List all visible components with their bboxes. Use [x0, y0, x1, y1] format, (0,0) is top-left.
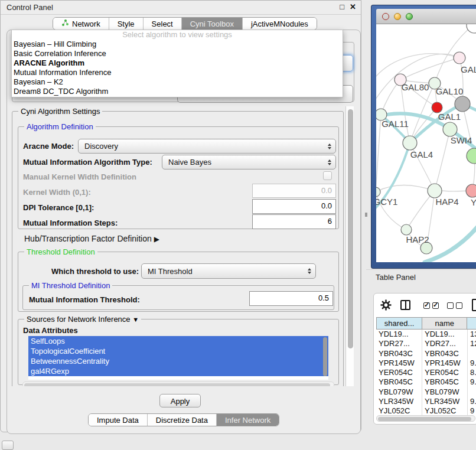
split-columns-icon[interactable]	[400, 300, 410, 310]
table-row[interactable]: YPR145WYPR145W9.	[376, 358, 476, 368]
minimize-button[interactable]	[394, 13, 401, 20]
window-close-icon[interactable]: ✕	[350, 2, 356, 11]
close-button[interactable]	[382, 13, 389, 20]
node-hap4[interactable]	[428, 184, 442, 198]
algorithm-option[interactable]: Bayesian – K2	[12, 77, 343, 87]
data-attributes-list[interactable]: SelfLoopsTopologicalCoefficientBetweenne…	[28, 336, 328, 380]
mi-steps-field[interactable]: 6	[252, 214, 336, 229]
column-header[interactable]: name	[422, 318, 467, 329]
network-view-frame[interactable]: GALGAL80GAL10GAL1GAL11SWI4GAL4GCY1HAP4YH…	[371, 5, 476, 269]
node-green-right[interactable]	[467, 148, 476, 164]
attribute-list-item[interactable]: TopologicalCoefficient	[28, 346, 328, 356]
node-label-gal11: GAL11	[382, 119, 409, 129]
tab-cyni-toolbox[interactable]: Cyni Toolbox	[181, 18, 242, 30]
table-header-row: shared...name	[376, 317, 476, 330]
settings-vertical-scrollbar[interactable]	[345, 106, 354, 386]
tab-style[interactable]: Style	[109, 18, 143, 30]
tab-label: jActiveMNodules	[251, 19, 308, 28]
table-cell: YLR345W	[376, 397, 422, 406]
hub-section-header[interactable]: Hub/Transcription Factor Definition ▶	[24, 234, 159, 243]
zoom-button[interactable]	[406, 13, 413, 20]
table-cell: YPR145W	[422, 358, 468, 368]
algorithm-option[interactable]: Mutual Information Inference	[12, 68, 343, 77]
table-row[interactable]: YBR045CYBR045C9.	[376, 377, 476, 387]
algorithm-dropdown-popup: Select algorithm to view settings Bayesi…	[11, 30, 343, 97]
algorithm-option[interactable]: Bayesian – Hill Climbing	[12, 40, 343, 49]
algorithm-option[interactable]: Dream8 DC_TDC Algorithm	[12, 87, 343, 96]
table-cell: YBL079W	[376, 387, 422, 397]
tab-discretize-data[interactable]: Discretize Data	[147, 414, 216, 426]
node-label-gal1: GAL1	[438, 112, 461, 122]
table-horizontal-scrollbar[interactable]	[376, 415, 475, 422]
deselect-checkboxes-icon[interactable]	[447, 302, 462, 309]
node-top-edge[interactable]	[467, 24, 476, 33]
node-label-hap4: HAP4	[435, 197, 458, 207]
column-header[interactable]: shared...	[377, 318, 422, 329]
new-document-icon[interactable]	[472, 299, 476, 311]
data-attributes-label: Data Attributes	[23, 326, 78, 335]
tab-label: Infer Network	[225, 416, 270, 425]
table-cell: YPR145W	[376, 358, 422, 368]
table-row[interactable]: YBL079WYBL079W	[376, 387, 476, 397]
dpi-tolerance-field[interactable]: 0.0	[252, 199, 336, 214]
network-graph: GALGAL80GAL10GAL1GAL11SWI4GAL4GCY1HAP4YH…	[376, 24, 476, 262]
tab-impute-data[interactable]: Impute Data	[89, 414, 147, 426]
control-panel-title: Control Panel	[6, 3, 53, 12]
mi-type-combobox[interactable]: Naive Bayes	[162, 155, 336, 169]
mi-steps-label: Mutual Information Steps:	[23, 219, 118, 227]
attribute-list-scrollbar[interactable]	[323, 337, 327, 376]
table-cell: 9.	[468, 397, 476, 406]
kernel-width-field[interactable]: 0.0	[252, 184, 336, 198]
aracne-mode-combobox[interactable]: Discovery	[78, 139, 336, 154]
manual-kernel-label: Manual Kernel Width Definition	[23, 172, 136, 181]
attribute-list-item[interactable]: gal4RGexp	[28, 366, 328, 376]
attribute-list-item[interactable]: SelfLoops	[28, 336, 328, 346]
network-canvas[interactable]: GALGAL80GAL10GAL1GAL11SWI4GAL4GCY1HAP4YH…	[376, 24, 476, 262]
algorithm-definition-title: Algorithm Definition	[24, 122, 96, 131]
apply-button[interactable]: Apply	[159, 394, 201, 407]
algorithm-option[interactable]: Basic Correlation Inference	[12, 49, 343, 58]
node-table: shared...name YDL19...YDL19...13YDR27...…	[376, 317, 476, 416]
bottom-tab-bar: Impute DataDiscretize DataInfer Network	[88, 413, 279, 426]
manual-kernel-checkbox[interactable]	[323, 171, 332, 180]
which-threshold-combobox[interactable]: MI Threshold	[141, 263, 316, 279]
table-row[interactable]: YER054CYER054C8.	[376, 368, 476, 377]
tab-infer-network[interactable]: Infer Network	[216, 414, 279, 426]
node-swi4[interactable]	[443, 122, 457, 136]
tab-label: Impute Data	[97, 416, 139, 425]
column-header[interactable]	[467, 318, 476, 329]
node-gal4[interactable]	[403, 136, 417, 150]
table-row[interactable]: YLR345WYLR345W9.	[376, 397, 476, 406]
sources-horizontal-scrollbar[interactable]	[22, 381, 334, 386]
node-gcy1[interactable]	[376, 187, 380, 197]
node-gray[interactable]	[455, 96, 470, 112]
which-threshold-label: Which threshold to use:	[51, 267, 139, 276]
splitter-handle[interactable]	[365, 213, 367, 217]
sources-title[interactable]: Sources for Network Inference ▼	[24, 315, 141, 324]
network-icon	[61, 19, 69, 28]
table-cell: 9.	[468, 377, 476, 387]
collapsed-panel-button[interactable]	[2, 441, 14, 450]
tab-label: Network	[72, 19, 100, 28]
table-row[interactable]: YDR27...YDR27...12	[376, 339, 476, 348]
node-label-y: Y	[471, 197, 476, 207]
table-row[interactable]: YBR043CYBR043C	[376, 349, 476, 358]
node-hap2[interactable]	[401, 224, 412, 235]
control-panel-window: Control Panel □ ✕ NetworkStyleSelectCyni…	[0, 0, 361, 432]
algorithm-option[interactable]: ARACNE Algorithm	[12, 58, 343, 68]
attribute-list-item[interactable]: BetweennessCentrality	[28, 356, 328, 366]
node-pink-top[interactable]	[454, 52, 465, 64]
settings-gear-icon[interactable]	[380, 299, 392, 313]
node-salmon[interactable]	[466, 184, 476, 197]
tab-select[interactable]: Select	[143, 18, 181, 30]
network-window-titlebar[interactable]	[376, 9, 476, 24]
table-cell	[468, 349, 476, 358]
tab-network[interactable]: Network	[53, 18, 109, 30]
chevron-down-icon: ▼	[132, 316, 139, 323]
node-label-gcy1: GCY1	[376, 197, 397, 207]
table-row[interactable]: YDL19...YDL19...13	[376, 330, 476, 339]
window-float-icon[interactable]: □	[340, 2, 344, 11]
mi-threshold-field[interactable]: 0.5	[249, 291, 333, 306]
select-all-checkboxes-icon[interactable]	[423, 302, 439, 309]
tab-jactivemnodules[interactable]: jActiveMNodules	[242, 18, 317, 30]
